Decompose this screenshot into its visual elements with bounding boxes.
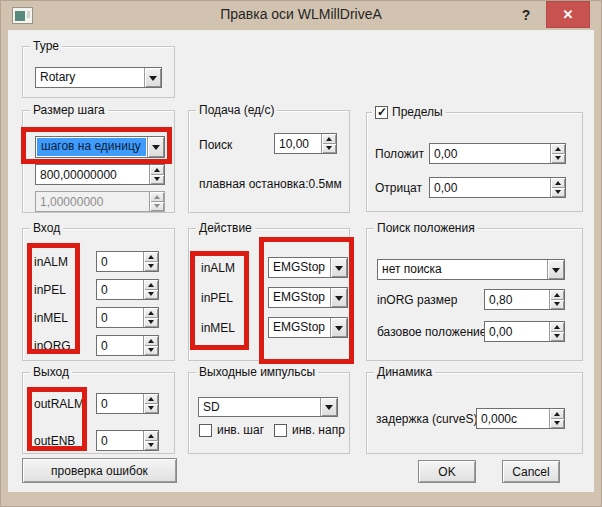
inORG-size-label: inORG размер — [377, 293, 457, 307]
spin-up-button[interactable] — [551, 144, 565, 154]
negative-limit-spinner: 0,00 — [429, 177, 566, 198]
annotation-action-labels — [190, 251, 249, 350]
limits-legend-text: Пределы — [392, 105, 443, 120]
search-mode-value: нет поиска — [378, 260, 547, 279]
spin-down-button[interactable] — [144, 318, 158, 328]
spin-down-button[interactable] — [551, 188, 565, 198]
spin-down-button[interactable] — [144, 346, 158, 356]
spin-up-button[interactable] — [322, 134, 336, 144]
group-action-legend: Действие — [196, 221, 255, 236]
title-bar: Правка оси WLMillDriveA ? ✕ — [0, 0, 602, 30]
pulse-mode-combobox[interactable]: SD — [198, 397, 338, 417]
type-combobox[interactable]: Rotary — [35, 67, 162, 88]
negative-limit-label: Отрицат — [375, 181, 422, 195]
group-output-pulses-legend: Выходные импульсы — [196, 365, 318, 380]
spin-up-button[interactable] — [144, 308, 158, 318]
spin-down-button[interactable] — [144, 262, 158, 272]
outENB-input[interactable]: 0 — [97, 431, 143, 450]
limits-checkbox[interactable]: ✓ — [375, 106, 388, 119]
group-feed: Подача (ед/с) Поиск 10,00 плавная остано… — [188, 110, 350, 213]
outENB-spinner: 0 — [96, 430, 159, 451]
spin-up-button[interactable] — [551, 178, 565, 188]
smooth-stop-note: плавная остановка:0.5мм — [199, 177, 342, 191]
spin-down-button — [150, 202, 164, 212]
inORG-size-input[interactable]: 0,80 — [485, 290, 549, 309]
unit-size-input: 1,00000000 — [36, 192, 149, 211]
group-output-pulses: Выходные импульсы SD инв. шаг инв. напр — [188, 372, 350, 454]
spin-down-button[interactable] — [322, 144, 336, 154]
search-feed-input[interactable]: 10,00 — [275, 134, 321, 153]
inORG-size-spinner: 0,80 — [484, 289, 565, 310]
spin-up-button[interactable] — [550, 409, 564, 419]
spin-up-button[interactable] — [144, 280, 158, 290]
invert-step-label: инв. шаг — [217, 423, 264, 437]
search-feed-spinner: 10,00 — [274, 133, 337, 154]
curve-delay-input[interactable]: 0,000c — [477, 409, 549, 428]
annotation-output-labels — [27, 387, 87, 451]
spin-up-button[interactable] — [550, 322, 564, 332]
spin-down-button[interactable] — [550, 300, 564, 310]
group-position-search: Поиск положения нет поиска inORG размер … — [366, 228, 583, 361]
dialog-window: Правка оси WLMillDriveA ? ✕ Type Rotary … — [0, 0, 602, 507]
base-position-spinner: 0,00 — [484, 321, 565, 342]
inMEL-input[interactable]: 0 — [97, 308, 143, 327]
spin-up-button — [150, 192, 164, 202]
group-step-size-legend: Размер шага — [30, 103, 108, 118]
spin-up-button[interactable] — [550, 290, 564, 300]
close-button[interactable]: ✕ — [546, 1, 590, 28]
inALM-input[interactable]: 0 — [97, 252, 143, 271]
spin-down-button[interactable] — [144, 404, 158, 414]
base-position-label: базовое положение — [377, 325, 486, 339]
group-feed-legend: Подача (ед/с) — [196, 103, 277, 118]
invert-step-checkrow: инв. шаг — [199, 423, 264, 437]
spin-up-button[interactable] — [144, 394, 158, 404]
positive-limit-spinner: 0,00 — [429, 143, 566, 164]
spin-up-button[interactable] — [150, 165, 164, 175]
group-dynamics-legend: Динамика — [374, 365, 435, 380]
window-title: Правка оси WLMillDriveA — [0, 6, 602, 22]
spin-down-button[interactable] — [550, 419, 564, 429]
dropdown-arrow-icon[interactable] — [547, 260, 564, 279]
cancel-button[interactable]: Cancel — [502, 460, 560, 483]
steps-per-unit-input[interactable]: 800,00000000 — [36, 165, 149, 184]
spin-up-button[interactable] — [144, 336, 158, 346]
search-feed-label: Поиск — [199, 138, 232, 152]
search-mode-combobox[interactable]: нет поиска — [377, 259, 565, 280]
inORG-spinner: 0 — [96, 335, 159, 356]
invert-dir-checkbox[interactable] — [274, 424, 287, 437]
base-position-input[interactable]: 0,00 — [485, 322, 549, 341]
pulse-mode-value: SD — [199, 398, 320, 416]
positive-limit-input[interactable]: 0,00 — [430, 144, 550, 163]
annotation-step-mode-combo — [21, 127, 172, 164]
group-limits-legend: ✓ Пределы — [372, 105, 446, 120]
dropdown-arrow-icon[interactable] — [320, 398, 337, 416]
inPEL-input[interactable]: 0 — [97, 280, 143, 299]
dropdown-arrow-icon[interactable] — [144, 68, 161, 87]
negative-limit-input[interactable]: 0,00 — [430, 178, 550, 197]
group-limits: ✓ Пределы Положит 0,00 Отрицат 0,00 — [366, 112, 583, 212]
unit-size-spinner: 1,00000000 — [35, 191, 165, 212]
group-dynamics: Динамика задержка (curveS) 0,000c — [366, 372, 583, 454]
check-errors-button[interactable]: проверка ошибок — [22, 458, 177, 483]
spin-down-button[interactable] — [550, 332, 564, 342]
spin-down-button[interactable] — [144, 441, 158, 451]
spin-down-button[interactable] — [144, 290, 158, 300]
spin-down-button[interactable] — [150, 175, 164, 185]
help-button[interactable]: ? — [515, 4, 537, 26]
ok-button[interactable]: OK — [418, 460, 476, 483]
spin-down-button[interactable] — [551, 154, 565, 164]
outRALM-input[interactable]: 0 — [97, 394, 143, 413]
curve-delay-label: задержка (curveS) — [376, 412, 477, 426]
group-type: Type Rotary — [22, 46, 175, 98]
group-input-legend: Вход — [30, 221, 63, 236]
spin-up-button[interactable] — [144, 252, 158, 262]
inPEL-spinner: 0 — [96, 279, 159, 300]
check-icon: ✓ — [377, 105, 387, 120]
spin-up-button[interactable] — [144, 431, 158, 441]
inORG-input[interactable]: 0 — [97, 336, 143, 355]
inALM-spinner: 0 — [96, 251, 159, 272]
invert-step-checkbox[interactable] — [199, 424, 212, 437]
annotation-action-combos — [259, 237, 354, 364]
group-output-legend: Выход — [30, 365, 72, 380]
outRALM-spinner: 0 — [96, 393, 159, 414]
